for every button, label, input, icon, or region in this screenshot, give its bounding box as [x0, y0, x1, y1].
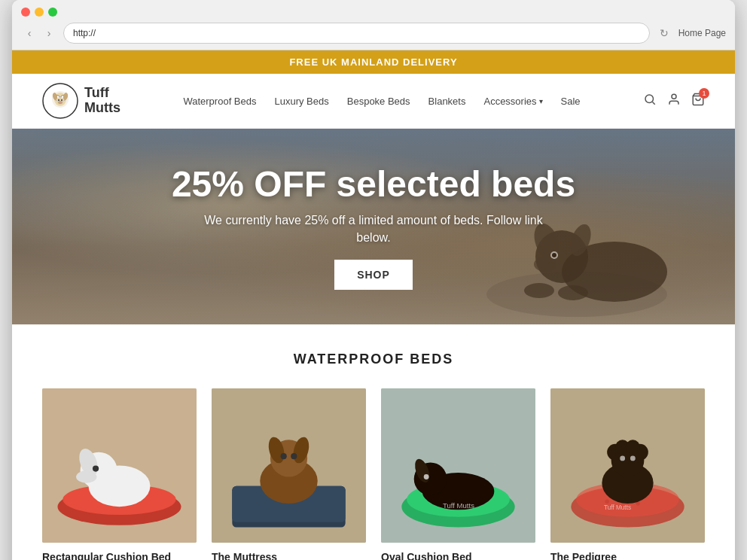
close-button[interactable] — [21, 8, 30, 17]
accessories-label: Accessories — [483, 96, 536, 107]
svg-point-64 — [630, 456, 636, 461]
announcement-bar: FREE UK MAINLAND DELIVERY — [12, 50, 735, 74]
product-card-3[interactable]: Tuff Mutts Oval Cushion Bed £40.00 ★ ★ ★… — [381, 388, 535, 560]
browser-nav: ‹ › — [21, 25, 57, 41]
announcement-text: FREE UK MAINLAND DELIVERY — [289, 56, 457, 68]
svg-text:Tuff Mutts: Tuff Mutts — [604, 504, 631, 511]
svg-point-33 — [76, 470, 96, 482]
product-name-3: Oval Cushion Bed — [381, 550, 535, 560]
reload-button[interactable]: ↻ — [656, 25, 672, 41]
product-image-1 — [42, 388, 197, 543]
svg-point-63 — [620, 456, 625, 461]
nav-accessories[interactable]: Accessories ▾ — [483, 96, 542, 107]
site-nav: Waterproof Beds Luxury Beds Bespoke Beds… — [183, 96, 580, 107]
svg-point-8 — [61, 99, 63, 101]
back-button[interactable]: ‹ — [21, 25, 38, 41]
logo-text: Tuff Mutts — [84, 86, 120, 116]
logo[interactable]: Tuff Mutts — [42, 83, 120, 119]
products-section: WATERPROOF BEDS — [12, 324, 735, 560]
nav-blankets[interactable]: Blankets — [428, 96, 466, 107]
hero-banner: 25% OFF selected beds We currently have … — [12, 129, 735, 324]
product-image-3: Tuff Mutts — [381, 388, 535, 543]
svg-point-42 — [291, 453, 297, 459]
svg-line-13 — [652, 102, 654, 104]
product-name-4: The Pedigree — [550, 550, 705, 560]
logo-icon — [42, 83, 78, 119]
product-image-2 — [212, 388, 366, 543]
cart-badge: 1 — [699, 88, 709, 99]
product-name-1: Rectangular Cushion Bed — [42, 550, 197, 560]
site-header: Tuff Mutts Waterproof Beds Luxury Beds B… — [12, 74, 735, 129]
nav-sale[interactable]: Sale — [561, 96, 581, 107]
nav-waterproof-beds[interactable]: Waterproof Beds — [183, 96, 256, 107]
svg-point-12 — [645, 95, 654, 103]
accessories-chevron: ▾ — [539, 97, 543, 105]
browser-chrome: ‹ › ↻ Home Page — [12, 0, 735, 50]
site-content: FREE UK MAINLAND DELIVERY — [12, 50, 735, 560]
svg-point-49 — [424, 474, 429, 479]
forward-button[interactable]: › — [41, 25, 57, 41]
maximize-button[interactable] — [48, 8, 57, 17]
nav-luxury-beds[interactable]: Luxury Beds — [274, 96, 328, 107]
browser-toolbar: ‹ › ↻ Home Page — [21, 23, 726, 44]
svg-point-41 — [281, 453, 287, 459]
svg-point-7 — [58, 99, 59, 101]
product-card-2[interactable]: The Muttress £40.00 ★ ★ ★ ★ ★ 1 review — [212, 388, 366, 560]
search-button[interactable] — [643, 93, 657, 110]
product-image-4: Tuff Mutts — [550, 388, 705, 543]
products-grid: Rectangular Cushion Bed £35.00 — [42, 388, 705, 560]
svg-point-62 — [626, 440, 640, 454]
window-controls — [21, 8, 726, 17]
search-icon — [643, 93, 657, 106]
shop-button[interactable]: SHOP — [334, 260, 413, 290]
svg-point-9 — [59, 102, 62, 104]
nav-bespoke-beds[interactable]: Bespoke Beds — [347, 96, 410, 107]
home-page-button[interactable]: Home Page — [678, 28, 726, 38]
user-icon — [667, 93, 681, 106]
minimize-button[interactable] — [35, 8, 44, 17]
header-icons: 1 — [643, 93, 705, 110]
product-card-1[interactable]: Rectangular Cushion Bed £35.00 — [42, 388, 197, 560]
product-name-2: The Muttress — [212, 550, 366, 560]
svg-text:Tuff Mutts: Tuff Mutts — [443, 501, 474, 510]
svg-point-14 — [672, 94, 676, 99]
url-bar[interactable] — [63, 23, 650, 44]
cart-button[interactable]: 1 — [691, 93, 705, 110]
product-card-4[interactable]: Tuff Mutts The Pedigree £60.00 ★ ★ ★ ★ ★ — [550, 388, 705, 560]
svg-point-54 — [605, 500, 608, 504]
account-button[interactable] — [667, 93, 681, 110]
svg-point-32 — [93, 466, 99, 472]
hero-content: 25% OFF selected beds We currently have … — [172, 163, 575, 290]
hero-headline: 25% OFF selected beds — [172, 163, 575, 205]
section-title: WATERPROOF BEDS — [42, 352, 705, 367]
browser-window: ‹ › ↻ Home Page FREE UK MAINLAND DELIVER… — [12, 0, 735, 560]
hero-subtext: We currently have 25% off a limited amou… — [172, 212, 575, 246]
